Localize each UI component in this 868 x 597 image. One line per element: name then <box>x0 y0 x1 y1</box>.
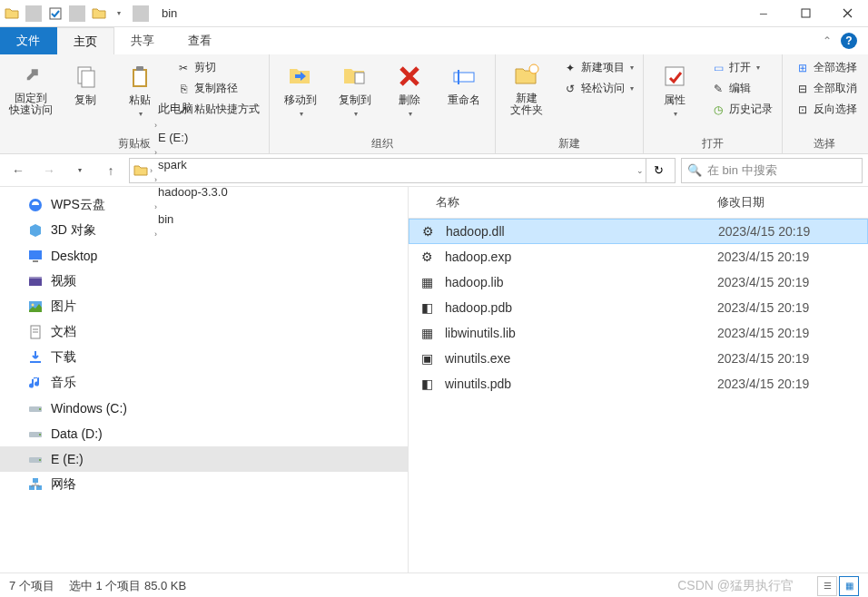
status-selected: 选中 1 个项目 85.0 KB <box>69 578 186 594</box>
file-name: winutils.exe <box>436 351 708 366</box>
properties-button[interactable]: 属性 <box>649 58 700 122</box>
tree-item[interactable]: 图片 <box>0 294 408 319</box>
history-button[interactable]: ◷历史记录 <box>707 100 776 119</box>
edit-button[interactable]: ✎编辑 <box>707 79 776 98</box>
invert-icon: ⊡ <box>795 103 810 117</box>
file-date: 2023/4/15 20:19 <box>708 326 818 340</box>
invert-button[interactable]: ⊡反向选择 <box>792 100 861 119</box>
up-button[interactable]: ↑ <box>98 158 123 183</box>
newfolder-button[interactable]: 新建文件夹 <box>501 58 552 120</box>
delete-icon <box>395 62 424 91</box>
tree-item[interactable]: Data (D:) <box>0 421 408 446</box>
delete-button[interactable]: 删除 <box>384 58 435 122</box>
folder-qa-icon[interactable] <box>91 5 107 22</box>
copyto-button[interactable]: 复制到 <box>330 58 380 122</box>
newitem-button[interactable]: ✦新建项目 <box>559 58 637 77</box>
nav-tree[interactable]: WPS云盘3D 对象Desktop视频图片文档下载音乐Windows (C:)D… <box>0 187 409 573</box>
view-details-button[interactable]: ☰ <box>817 576 837 596</box>
window-title: bin <box>162 6 177 20</box>
chevron-icon[interactable]: › <box>154 175 157 184</box>
help-icon[interactable]: ? <box>841 33 857 49</box>
group-label-organize: 组织 <box>275 134 489 152</box>
file-row[interactable]: ⚙hadoop.exp2023/4/15 20:19 <box>409 244 868 269</box>
col-date[interactable]: 修改日期 <box>708 187 853 218</box>
easyaccess-icon: ↺ <box>563 82 577 96</box>
chevron-icon[interactable]: › <box>150 166 153 175</box>
svg-rect-30 <box>33 478 38 483</box>
file-row[interactable]: ▣winutils.exe2023/4/15 20:19 <box>409 346 868 371</box>
tab-share[interactable]: 共享 <box>114 27 172 54</box>
open-button[interactable]: ▭打开 <box>707 58 776 77</box>
paste-button[interactable]: 粘贴 <box>114 58 165 122</box>
maximize-button[interactable] <box>784 0 826 27</box>
tree-item-label: 文档 <box>51 324 76 340</box>
svg-point-10 <box>529 64 538 73</box>
copy-icon <box>71 62 100 91</box>
file-row[interactable]: ▦libwinutils.lib2023/4/15 20:19 <box>409 320 868 346</box>
group-label-select: 选择 <box>788 134 861 152</box>
cut-button[interactable]: ✂剪切 <box>173 58 263 77</box>
tree-item[interactable]: Desktop <box>0 243 408 269</box>
file-row[interactable]: ◧winutils.pdb2023/4/15 20:19 <box>409 371 868 396</box>
copypath-icon: ⎘ <box>176 82 191 96</box>
easyaccess-button[interactable]: ↺轻松访问 <box>559 79 637 98</box>
tree-item[interactable]: 下载 <box>0 345 408 370</box>
selectall-button[interactable]: ⊞全部选择 <box>792 58 861 77</box>
selectnone-button[interactable]: ⊟全部取消 <box>792 79 861 98</box>
recent-dropdown[interactable]: ▾ <box>67 158 93 183</box>
tab-file[interactable]: 文件 <box>0 27 57 54</box>
tree-item-label: WPS云盘 <box>51 197 105 213</box>
copy-button[interactable]: 复制 <box>60 58 111 112</box>
tree-item[interactable]: Windows (C:) <box>0 396 408 421</box>
checkbox-qa-icon[interactable] <box>47 5 64 22</box>
breadcrumb-item[interactable]: spark <box>154 158 232 171</box>
file-date: 2023/4/15 20:19 <box>708 275 818 289</box>
refresh-button[interactable]: ↻ <box>646 158 671 183</box>
tree-item[interactable]: 文档 <box>0 319 408 345</box>
rename-button[interactable]: 重命名 <box>439 58 489 112</box>
breadcrumb-dropdown-icon[interactable]: ⌄ <box>636 166 644 175</box>
tree-item[interactable]: E (E:) <box>0 446 408 472</box>
file-header[interactable]: 名称 修改日期 <box>409 187 868 219</box>
svg-rect-1 <box>802 9 810 17</box>
file-icon: ◧ <box>418 377 436 391</box>
pin-button[interactable]: 固定到快速访问 <box>5 58 56 120</box>
tree-item[interactable]: 音乐 <box>0 370 408 396</box>
collapse-ribbon-icon[interactable]: ⌃ <box>823 34 832 47</box>
breadcrumb[interactable]: › 此电脑›E (E:)›spark›hadoop-3.3.0›bin› ⌄ ↻ <box>129 158 676 183</box>
file-row[interactable]: ◧hadoop.pdb2023/4/15 20:19 <box>409 295 868 320</box>
selectnone-icon: ⊟ <box>795 82 810 96</box>
tab-home[interactable]: 主页 <box>57 27 114 54</box>
moveto-button[interactable]: 移动到 <box>275 58 326 122</box>
watermark: CSDN @猛男执行官 <box>677 578 794 594</box>
file-row[interactable]: ⚙hadoop.dll2023/4/15 20:19 <box>409 219 868 244</box>
tree-item[interactable]: WPS云盘 <box>0 192 408 218</box>
tree-item-label: 3D 对象 <box>51 222 96 239</box>
svg-rect-16 <box>29 277 42 279</box>
address-bar: ← → ▾ ↑ › 此电脑›E (E:)›spark›hadoop-3.3.0›… <box>0 154 868 187</box>
tree-item-label: 网络 <box>51 476 76 493</box>
copypath-button[interactable]: ⎘复制路径 <box>173 79 263 98</box>
separator <box>133 5 149 22</box>
tab-view[interactable]: 查看 <box>172 27 229 54</box>
tree-item[interactable]: 视频 <box>0 269 408 294</box>
3d-icon <box>27 222 44 239</box>
svg-point-18 <box>32 304 35 307</box>
tree-item[interactable]: 网络 <box>0 472 408 497</box>
view-icons-button[interactable]: ▦ <box>839 576 859 596</box>
file-row[interactable]: ▦hadoop.lib2023/4/15 20:19 <box>409 269 868 295</box>
forward-button[interactable]: → <box>36 158 62 183</box>
file-list[interactable]: 名称 修改日期 ⚙hadoop.dll2023/4/15 20:19⚙hadoo… <box>409 187 868 573</box>
file-name: hadoop.exp <box>436 250 708 264</box>
col-name[interactable]: 名称 <box>409 187 708 218</box>
minimize-button[interactable]: ─ <box>743 0 784 27</box>
tree-item[interactable]: 3D 对象 <box>0 218 408 243</box>
tree-item-label: 图片 <box>51 298 76 315</box>
qa-dropdown-icon[interactable]: ▾ <box>111 5 127 22</box>
search-input[interactable]: 🔍 在 bin 中搜索 <box>681 158 863 183</box>
group-label-clipboard: 剪贴板 <box>5 134 263 152</box>
drive-icon <box>27 451 44 467</box>
back-button[interactable]: ← <box>5 158 31 183</box>
pasteshortcut-button[interactable]: ↗粘贴快捷方式 <box>173 100 263 119</box>
close-button[interactable] <box>826 0 868 27</box>
